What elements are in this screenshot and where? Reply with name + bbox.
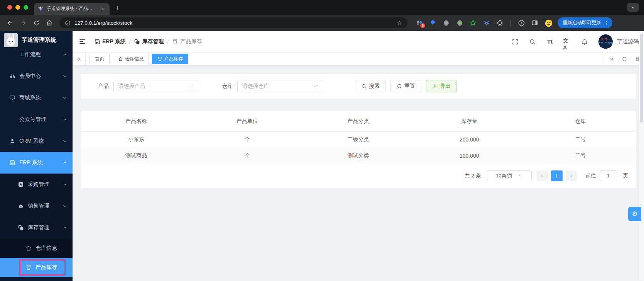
user-avatar[interactable]: 艿与一 <box>598 34 613 49</box>
tag-product-stock[interactable]: 产品库存 <box>152 54 188 64</box>
table-header-row: 产品名称 产品单位 产品分类 库存量 仓库 <box>81 111 636 131</box>
side-panel-icon[interactable] <box>531 19 539 27</box>
store-icon <box>9 160 15 166</box>
translate-icon[interactable]: 文A <box>563 37 571 46</box>
maximize-window-button[interactable] <box>24 5 28 10</box>
table-row[interactable]: 小东东 个 二级分类 200.000 二号 <box>81 131 636 148</box>
breadcrumb-separator: / <box>129 39 130 45</box>
sidebar-item-product-stock[interactable]: 产品库存 <box>0 258 73 277</box>
sidebar-item-workflow[interactable]: 工作流程 <box>0 44 73 65</box>
settings-drawer-button[interactable]: ⚙ <box>628 207 641 221</box>
site-info-icon[interactable] <box>65 20 71 26</box>
chevron-down-icon <box>63 95 67 100</box>
extension-gray-circle-icon[interactable] <box>442 19 450 27</box>
toolbar-separator <box>510 19 511 26</box>
chevron-down-icon <box>313 84 318 89</box>
page-scrollbar[interactable] <box>639 32 644 280</box>
goto-label: 前往 <box>586 172 596 179</box>
tags-scroll-right-button[interactable] <box>605 53 618 65</box>
home-button[interactable] <box>45 18 54 27</box>
col-product-category: 产品分类 <box>303 111 414 131</box>
breadcrumb-product-stock: 产品库存 <box>172 38 202 45</box>
extension-balloon-icon[interactable] <box>429 19 436 27</box>
col-product-name: 产品名称 <box>81 111 192 131</box>
warehouse-select-placeholder: 请选择仓库 <box>242 83 269 90</box>
browser-tab[interactable]: 芋道管理系统 - 产品库存 × <box>34 3 110 15</box>
sidebar-item-purchase-management[interactable]: A 采购管理 <box>0 174 73 195</box>
tag-bar: 首页 仓库信息 产品库存 <box>73 53 644 66</box>
site-favicon <box>38 6 44 12</box>
breadcrumb-separator: / <box>167 39 169 45</box>
main-area: ERP 系统 / 库存管理 / 产品库存 <box>73 31 644 281</box>
chevron-down-icon <box>63 139 67 143</box>
sidebar-item-official-account[interactable]: 公众号管理 <box>0 109 73 130</box>
goto-page-input[interactable] <box>600 170 617 181</box>
sidebar-menu: 工作流程 会员中心 商城系统 公众号管理 <box>0 44 73 277</box>
scrollbar-thumb[interactable] <box>640 34 643 123</box>
search-icon <box>361 83 367 89</box>
tag-home[interactable]: 首页 <box>90 54 110 64</box>
sidebar-item-sales-management[interactable]: 销售管理 <box>0 195 73 217</box>
font-size-icon[interactable]: Tt <box>546 37 554 46</box>
chevron-down-icon <box>189 84 194 89</box>
reload-button[interactable] <box>32 18 41 27</box>
search-icon[interactable] <box>528 37 537 46</box>
browser-menu-kebab-icon[interactable]: ⋮ <box>604 20 609 26</box>
tab-close-icon[interactable]: × <box>100 6 106 12</box>
extensions-puzzle-icon[interactable] <box>496 19 504 27</box>
tags-scroll-left-button[interactable] <box>73 53 86 65</box>
extension-badge: 6 <box>420 23 425 28</box>
breadcrumb-stock-management[interactable]: 库存管理 <box>134 38 164 45</box>
new-tab-button[interactable]: + <box>112 3 123 14</box>
bookmark-star-icon[interactable]: ☆ <box>397 19 402 26</box>
sidebar-item-stock-management[interactable]: 库存管理 <box>0 217 73 238</box>
chevron-down-icon <box>63 204 67 208</box>
back-button[interactable] <box>5 18 15 27</box>
chevron-down-icon <box>63 182 67 187</box>
next-page-button[interactable] <box>566 170 577 181</box>
browser-update-button[interactable]: 重新启动即可更新 ⋮ <box>558 17 612 28</box>
sidebar-item-member-center[interactable]: 会员中心 <box>0 65 73 87</box>
table-row[interactable]: 测试商品 个 测试分类 100.000 二号 <box>81 148 636 164</box>
forward-button[interactable] <box>19 18 28 27</box>
chevron-up-icon <box>63 225 67 230</box>
product-select[interactable]: 请选择产品 <box>113 80 198 92</box>
sidebar-item-warehouse-info[interactable]: 仓库信息 <box>0 238 73 258</box>
extension-double-chevron-icon[interactable] <box>483 19 490 27</box>
reset-button[interactable]: 重置 <box>390 80 421 92</box>
address-bar[interactable]: 127.0.0.1/erp/stock/stock ☆ <box>59 17 407 28</box>
sidebar-item-erp-system[interactable]: ERP 系统 <box>0 152 73 174</box>
warehouse-icon <box>25 245 32 251</box>
sidebar-item-mall-system[interactable]: 商城系统 <box>0 87 73 109</box>
refresh-page-button[interactable] <box>618 53 631 65</box>
page-number-current[interactable]: 1 <box>551 170 563 181</box>
tab-search-button[interactable] <box>627 3 639 12</box>
warehouse-select[interactable]: 请选择仓库 <box>237 80 322 92</box>
sidebar-item-crm-system[interactable]: CRM 系统 <box>0 130 73 152</box>
page-size-select[interactable]: 10条/页 <box>487 170 532 181</box>
prev-page-button[interactable] <box>536 170 548 181</box>
chevron-down-icon <box>63 117 67 122</box>
member-icon <box>9 73 15 79</box>
chevron-down-icon <box>63 52 67 57</box>
erp-submenu: A 采购管理 销售管理 库存管理 <box>0 174 73 277</box>
sidebar: 芋道管理系统 工作流程 会员中心 商城系统 公众号管理 <box>0 31 73 281</box>
extension-green-star-icon[interactable] <box>469 19 477 27</box>
search-button[interactable]: 搜索 <box>355 80 386 92</box>
product-filter-label: 产品 <box>98 83 109 90</box>
minimize-window-button[interactable] <box>15 5 20 10</box>
profile-avatar-emoji[interactable] <box>544 19 552 27</box>
close-window-button[interactable] <box>7 5 12 10</box>
tag-warehouse-info[interactable]: 仓库信息 <box>113 54 149 64</box>
username[interactable]: 芋道源码 <box>617 38 639 45</box>
collapse-sidebar-icon[interactable] <box>77 36 88 47</box>
fullscreen-icon[interactable] <box>511 37 519 46</box>
export-button[interactable]: 导出 <box>426 80 457 92</box>
chevron-down-icon <box>63 74 67 78</box>
extension-grid-icon[interactable]: 6 <box>415 19 423 27</box>
extension-green-dot-icon[interactable] <box>456 19 463 27</box>
notification-bell-icon[interactable] <box>580 37 589 46</box>
battery-saver-icon[interactable] <box>517 19 525 27</box>
warehouse-icon <box>118 56 123 61</box>
breadcrumb-erp[interactable]: ERP 系统 <box>94 38 125 45</box>
